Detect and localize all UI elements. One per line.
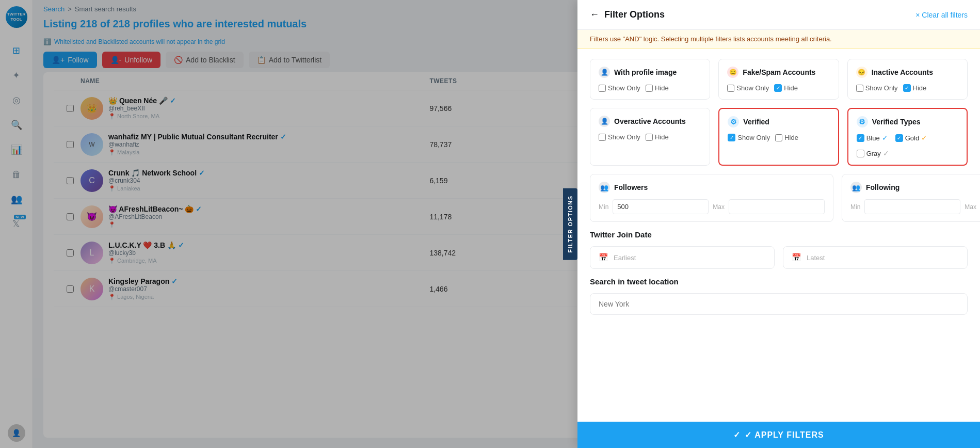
max-label: Max (713, 203, 725, 211)
profile-image-icon: 👤 (599, 67, 610, 78)
max-label: Max (965, 203, 976, 211)
show-only-label[interactable]: ✓ Show Only (728, 134, 770, 141)
filter-card-verified: ⚙ Verified ✓ Show Only Hide (718, 108, 839, 166)
show-only-label[interactable]: Show Only (599, 84, 640, 92)
back-icon[interactable]: ← (590, 9, 599, 20)
followers-min-input[interactable] (613, 199, 709, 214)
followers-title: Followers (614, 183, 648, 191)
filter-row-3: 👥 Followers Min Max 👥 Following (590, 174, 968, 222)
hide-label[interactable]: Hide (646, 133, 669, 141)
range-inputs: Min Max (850, 199, 980, 214)
apply-btn-text: ✓ ✓ APPLY FILTERS (733, 430, 824, 440)
filter-options-tab[interactable]: FILTER OPTIONS (563, 188, 577, 260)
gray-checkbox-unchecked (857, 150, 864, 157)
filter-card-title: 👤 Overactive Accounts (599, 116, 701, 127)
location-input[interactable] (590, 293, 968, 315)
vtype-blue: ✓ Blue ✓ (857, 134, 888, 142)
show-only-checkbox[interactable] (727, 85, 734, 92)
following-title: Following (866, 183, 899, 191)
filter-header: ← Filter Options × Clear all filters (577, 0, 980, 30)
verified-title: Verified (743, 118, 769, 126)
gray-badge: ✓ (883, 149, 889, 157)
blue-label: Blue (866, 134, 880, 142)
filter-card-fake-spam: 😐 Fake/Spam Accounts Show Only ✓ Hide (718, 59, 839, 100)
filter-card-overactive: 👤 Overactive Accounts Show Only Hide (590, 108, 710, 166)
show-only-label[interactable]: Show Only (727, 84, 769, 92)
filter-tab-label: FILTER OPTIONS (567, 195, 573, 252)
hide-label[interactable]: Hide (646, 84, 669, 92)
blue-checkbox-checked: ✓ (857, 134, 864, 142)
show-hide-row: ✓ Show Only Hide (728, 134, 829, 141)
show-only-label[interactable]: Show Only (856, 84, 898, 92)
range-inputs: Min Max (599, 199, 825, 214)
filter-title: ← Filter Options (590, 9, 665, 20)
fake-spam-title: Fake/Spam Accounts (743, 68, 815, 76)
filter-card-following: 👥 Following Min Max (842, 174, 980, 222)
verified-types-title: Verified Types (872, 118, 921, 126)
hide-checkbox[interactable] (646, 134, 653, 141)
verified-icon: ⚙ (728, 116, 739, 127)
filter-card-inactive: 😔 Inactive Accounts Show Only ✓ Hide (847, 59, 968, 100)
inactive-icon: 😔 (856, 67, 867, 78)
filter-info-bar: Filters use "AND" logic. Selecting multi… (577, 30, 980, 49)
join-date-section: Twitter Join Date 📅 Earliest 📅 Latest (590, 230, 968, 269)
vtype-gold: ✓ Gold ✓ (895, 134, 927, 142)
calendar-icon: 📅 (792, 253, 801, 262)
gold-badge: ✓ (921, 134, 927, 142)
filter-info-text: Filters use "AND" logic. Selecting multi… (590, 35, 832, 43)
hide-label[interactable]: ✓ Hide (903, 84, 927, 92)
hide-checkbox[interactable] (646, 85, 653, 92)
filter-card-title: ⚙ Verified Types (857, 116, 958, 127)
filter-card-title: 👥 Followers (599, 182, 825, 193)
inactive-title: Inactive Accounts (872, 68, 933, 76)
min-label: Min (850, 203, 860, 211)
show-hide-row: Show Only Hide (599, 84, 701, 92)
show-hide-row: Show Only ✓ Hide (856, 84, 959, 92)
gold-label: Gold (905, 134, 919, 142)
show-only-label[interactable]: Show Only (599, 133, 640, 141)
filter-card-verified-types: ⚙ Verified Types ✓ Blue ✓ ✓ Gold ✓ (847, 108, 968, 166)
join-date-section-title: Twitter Join Date (590, 230, 968, 239)
show-only-checkbox[interactable] (599, 134, 606, 141)
earliest-date-card[interactable]: 📅 Earliest (590, 246, 775, 269)
filter-card-title: 👥 Following (850, 182, 980, 193)
show-hide-row: Show Only ✓ Hide (727, 84, 830, 92)
min-label: Min (599, 203, 608, 211)
show-hide-row: Show Only Hide (599, 133, 701, 141)
profile-image-title: With profile image (614, 68, 677, 76)
apply-filters-button[interactable]: ✓ ✓ APPLY FILTERS (577, 422, 980, 448)
clear-filters-button[interactable]: × Clear all filters (915, 11, 968, 19)
date-row: 📅 Earliest 📅 Latest (590, 246, 968, 269)
following-icon: 👥 (850, 182, 862, 193)
hide-checkbox[interactable] (775, 134, 782, 141)
filter-row-2: 👤 Overactive Accounts Show Only Hide (590, 108, 968, 166)
filter-card-title: 👤 With profile image (599, 67, 701, 78)
show-only-checkbox-checked: ✓ (728, 134, 735, 141)
overactive-icon: 👤 (599, 116, 610, 127)
calendar-icon: 📅 (599, 253, 608, 262)
latest-date-card[interactable]: 📅 Latest (783, 246, 968, 269)
earliest-placeholder: Earliest (614, 254, 636, 262)
location-section: Search in tweet location (590, 277, 968, 315)
filter-row-1: 👤 With profile image Show Only Hide (590, 59, 968, 100)
filter-card-title: ⚙ Verified (728, 116, 829, 127)
hide-label[interactable]: Hide (775, 134, 798, 141)
gold-checkbox-checked: ✓ (895, 134, 903, 142)
filter-body: 👤 With profile image Show Only Hide (577, 49, 980, 422)
filter-card-title: 😐 Fake/Spam Accounts (727, 67, 830, 78)
show-only-checkbox[interactable] (599, 85, 606, 92)
latest-placeholder: Latest (807, 254, 825, 262)
vtype-gray: Gray ✓ (857, 149, 889, 157)
gray-label: Gray (866, 150, 881, 157)
show-only-checkbox[interactable] (856, 85, 863, 92)
filter-title-text: Filter Options (604, 9, 665, 20)
filter-card-title: 😔 Inactive Accounts (856, 67, 959, 78)
filter-panel: ← Filter Options × Clear all filters Fil… (577, 0, 980, 448)
verified-types-row: ✓ Blue ✓ ✓ Gold ✓ Gray ✓ (857, 134, 958, 157)
followers-max-input[interactable] (729, 199, 825, 214)
filter-overlay: FILTER OPTIONS ← Filter Options × Clear … (0, 0, 980, 448)
filter-card-profile-image: 👤 With profile image Show Only Hide (590, 59, 710, 100)
hide-label[interactable]: ✓ Hide (774, 84, 798, 92)
location-section-title: Search in tweet location (590, 277, 968, 286)
following-min-input[interactable] (864, 199, 960, 214)
